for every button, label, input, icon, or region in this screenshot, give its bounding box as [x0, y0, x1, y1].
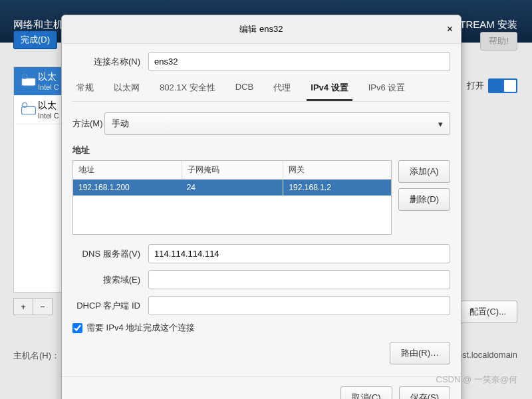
tab-proxy[interactable]: 代理: [269, 78, 295, 101]
delete-address-button[interactable]: 删除(D): [398, 188, 450, 211]
dhcp-label: DHCP 客户端 ID: [72, 300, 140, 312]
watermark-text: CSDN @ 一笑奈@何: [436, 374, 517, 386]
require-ipv4-checkbox[interactable]: [72, 323, 82, 333]
cell-netmask: 24: [182, 180, 283, 196]
method-select[interactable]: 手动: [104, 112, 450, 135]
cell-gateway: 192.168.1.2: [283, 180, 391, 196]
method-label: 方法(M): [72, 118, 104, 130]
bg-install-text: STREAM 安装: [453, 19, 517, 31]
nic-icon: [19, 100, 38, 119]
configure-button[interactable]: 配置(C)...: [458, 301, 517, 323]
tab-8021x[interactable]: 802.1X 安全性: [156, 78, 219, 101]
method-value: 手动: [112, 118, 129, 130]
toggle-switch[interactable]: [488, 78, 517, 93]
remove-nic-button[interactable]: −: [33, 298, 53, 315]
nic-item-sub: Intel C: [38, 112, 59, 120]
cell-address: 192.168.1.200: [73, 180, 182, 196]
add-nic-button[interactable]: +: [13, 298, 33, 315]
tab-ethernet[interactable]: 以太网: [110, 78, 144, 101]
col-address: 地址: [73, 161, 182, 179]
tab-bar: 常规 以太网 802.1X 安全性 DCB 代理 IPv4 设置 IPv6 设置: [72, 78, 450, 102]
col-netmask: 子网掩码: [182, 161, 283, 179]
help-button[interactable]: 帮助!: [480, 32, 517, 51]
done-button[interactable]: 完成(D): [13, 31, 57, 49]
search-domain-input[interactable]: [148, 270, 450, 289]
nic-icon: [19, 72, 38, 90]
nic-item-sub: Intel C: [38, 83, 59, 91]
dns-input[interactable]: [148, 244, 450, 263]
require-ipv4-label: 需要 IPv4 地址完成这个连接: [86, 322, 195, 334]
conn-name-input[interactable]: [148, 52, 450, 71]
dhcp-client-id-input[interactable]: [148, 296, 450, 315]
hostname-value: ost.localdomain: [458, 350, 517, 360]
svg-rect-0: [22, 78, 36, 86]
toggle-label: 打开: [467, 80, 484, 92]
table-row[interactable]: 192.168.1.200 24 192.168.1.2: [73, 180, 391, 196]
cancel-button[interactable]: 取消(C): [340, 386, 392, 399]
tab-dcb[interactable]: DCB: [231, 78, 257, 101]
col-gateway: 网关: [283, 161, 391, 179]
add-address-button[interactable]: 添加(A): [398, 160, 450, 183]
address-table[interactable]: 地址 子网掩码 网关 192.168.1.200 24 192.168.1.2: [72, 160, 392, 235]
tab-ipv4[interactable]: IPv4 设置: [307, 78, 352, 101]
dialog-title: 编辑 ens32: [239, 24, 283, 34]
search-label: 搜索域(E): [72, 274, 140, 286]
save-button[interactable]: 保存(S): [399, 386, 450, 399]
dns-label: DNS 服务器(V): [72, 248, 140, 260]
address-section-label: 地址: [72, 144, 450, 156]
tab-general[interactable]: 常规: [72, 78, 98, 101]
edit-connection-dialog: 编辑 ens32 × 连接名称(N) 常规 以太网 802.1X 安全性 DCB…: [61, 15, 462, 399]
conn-name-label: 连接名称(N): [72, 56, 140, 68]
nic-item-name: 以太: [38, 71, 59, 83]
svg-rect-2: [22, 106, 36, 114]
bg-page-title: 网络和主机: [13, 19, 63, 31]
tab-ipv6[interactable]: IPv6 设置: [364, 78, 410, 101]
routes-button[interactable]: 路由(R)…: [390, 342, 450, 364]
close-icon[interactable]: ×: [447, 23, 453, 35]
nic-item-name: 以太: [38, 100, 59, 112]
hostname-label: 主机名(H)：: [13, 350, 60, 362]
